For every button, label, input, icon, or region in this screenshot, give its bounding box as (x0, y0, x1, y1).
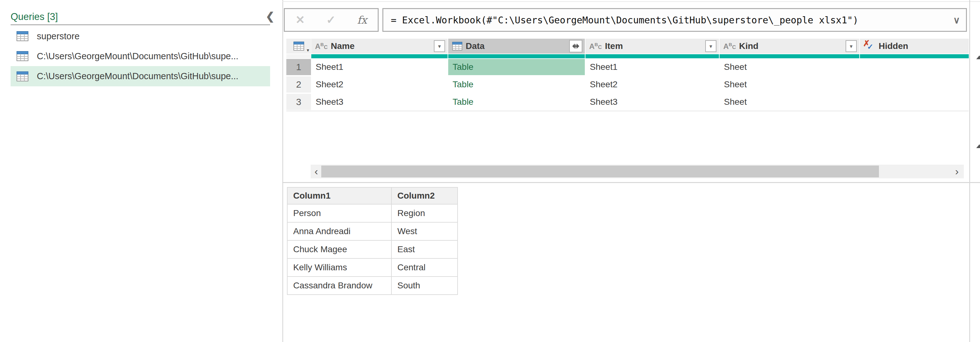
table-icon (293, 41, 304, 52)
grid-cell-kind[interactable]: Sheet (719, 76, 859, 92)
cancel-icon[interactable]: ✕ (295, 13, 305, 27)
preview-cell: West (392, 223, 458, 241)
grid-cell-kind[interactable]: Sheet (719, 94, 859, 110)
cell-text: South (398, 281, 420, 291)
preview-row: Anna Andreadi West (288, 223, 458, 241)
grid-cell-item[interactable]: Sheet1 (585, 59, 719, 75)
grid-cell-item[interactable]: Sheet2 (585, 76, 719, 92)
grid-cell-data-table-link[interactable]: Table (448, 76, 585, 92)
grid-cell-hidden[interactable] (860, 59, 969, 75)
cell-text: Sheet3 (590, 97, 617, 107)
preview-cell: Region (392, 205, 458, 223)
cell-text: Kelly Williams (293, 262, 347, 272)
quality-bar-hidden (860, 54, 969, 58)
scroll-right-arrow-icon[interactable]: › (951, 165, 963, 178)
horizontal-scrollbar-thumb[interactable] (321, 165, 879, 177)
confirm-icon[interactable]: ✓ (326, 13, 336, 27)
grid-cell-name[interactable]: Sheet2 (311, 76, 447, 92)
formula-expand-chevron-icon[interactable]: ∨ (947, 15, 966, 25)
grid-cell-data-table-link[interactable]: Table (448, 59, 585, 75)
formula-input[interactable]: = Excel.Workbook(#"C:\Users\GeorgeMount\… (382, 8, 967, 32)
quality-bar-item (585, 54, 719, 58)
queries-pane-title: Queries [3] (11, 11, 58, 22)
preview-cell: South (392, 277, 458, 295)
column-header-data[interactable]: Data (448, 39, 585, 54)
column-header-kind[interactable]: ABC Kind ▼ (719, 39, 859, 54)
row-number-cell[interactable]: 3 (286, 94, 311, 110)
cell-text: Sheet3 (316, 97, 344, 107)
top-hairline (282, 1, 980, 2)
select-all-corner-button[interactable]: ▾ (286, 39, 311, 54)
grid-cell-name[interactable]: Sheet3 (311, 94, 447, 110)
grid-cell-data-table-link[interactable]: Table (448, 94, 585, 110)
cell-text: East (398, 244, 415, 255)
preview-row: Person Region (288, 205, 458, 223)
preview-row: Cassandra Brandow South (288, 277, 458, 295)
query-name-label: C:\Users\GeorgeMount\Documents\GitHub\su… (37, 71, 238, 81)
preview-cell: Chuck Magee (288, 241, 392, 259)
expand-column-button[interactable] (569, 40, 582, 52)
horizontal-scrollbar[interactable]: ‹ › (311, 165, 964, 178)
column-label: Hidden (879, 41, 908, 51)
table-preview-pane: Column1 Column2 Person Region Anna Andre… (287, 187, 458, 295)
preview-cell: Anna Andreadi (288, 223, 392, 241)
grid-cell-item[interactable]: Sheet3 (585, 94, 719, 110)
column-label: Name (331, 41, 354, 51)
vertical-scroll-down-arrow-icon[interactable] (976, 144, 980, 148)
cell-text: Sheet (724, 62, 747, 72)
filter-button[interactable]: ▼ (846, 40, 857, 52)
filter-arrow-icon: ▼ (849, 44, 854, 49)
cell-text: Sheet (724, 97, 747, 107)
preview-row: Kelly Williams Central (288, 259, 458, 277)
filter-button[interactable]: ▼ (434, 40, 445, 52)
table-icon (16, 30, 29, 42)
sidebar-main-divider[interactable] (282, 0, 283, 342)
header-text: Column2 (398, 191, 435, 201)
cell-text: Region (398, 208, 425, 218)
text-type-icon: ABC (315, 42, 328, 51)
collapse-queries-pane-button[interactable]: ❮ (264, 10, 276, 23)
preview-cell: Cassandra Brandow (288, 277, 392, 295)
cell-text: West (398, 226, 417, 236)
grid-cell-name[interactable]: Sheet1 (311, 59, 447, 75)
query-list-item-people-path[interactable]: C:\Users\GeorgeMount\Documents\GitHub\su… (11, 46, 270, 66)
table-icon (16, 70, 29, 83)
pane-splitter[interactable] (282, 182, 980, 183)
preview-header-cell: Column1 (288, 188, 392, 205)
quality-bar-data (448, 54, 585, 58)
column-label: Item (605, 41, 623, 51)
row-number-cell[interactable]: 2 (286, 76, 311, 92)
column-header-hidden[interactable]: ✗✓ Hidden (860, 39, 969, 54)
filter-button[interactable]: ▼ (705, 40, 716, 52)
column-header-name[interactable]: ABC Name ▼ (311, 39, 447, 54)
query-list-item-superstore[interactable]: superstore (11, 26, 270, 46)
cell-text: Sheet (724, 80, 747, 89)
preview-cell: Person (288, 205, 392, 223)
formula-text[interactable]: = Excel.Workbook(#"C:\Users\GeorgeMount\… (391, 15, 947, 25)
query-list-item-people-path-selected[interactable]: C:\Users\GeorgeMount\Documents\GitHub\su… (11, 66, 270, 86)
preview-cell: East (392, 241, 458, 259)
query-name-label: C:\Users\GeorgeMount\Documents\GitHub\su… (37, 51, 238, 61)
fx-icon[interactable]: fx (357, 14, 367, 26)
grid-cell-hidden[interactable] (860, 76, 969, 92)
expand-arrows-icon (571, 41, 581, 51)
text-type-icon: ABC (723, 42, 736, 51)
grid-cell-hidden[interactable] (860, 94, 969, 110)
row-number-cell[interactable]: 1 (286, 59, 311, 75)
grid-cell-kind[interactable]: Sheet (719, 59, 859, 75)
query-name-label: superstore (37, 31, 80, 41)
power-query-editor-window: Queries [3] ❮ superstore C:\Users\George… (0, 0, 980, 342)
table-menu-caret-icon: ▾ (307, 48, 309, 53)
grid-right-edge (969, 0, 970, 342)
queries-pane-divider (11, 24, 270, 25)
column-header-item[interactable]: ABC Item ▼ (585, 39, 719, 54)
text-type-icon: ABC (589, 42, 602, 51)
quality-bar-name (311, 54, 447, 58)
cell-text: Central (398, 262, 425, 272)
cell-text: Table (453, 97, 474, 107)
cell-text: Sheet1 (590, 62, 617, 72)
cell-text: Cassandra Brandow (293, 281, 372, 291)
vertical-scroll-up-arrow-icon[interactable] (976, 56, 980, 59)
grid-bottom-border (286, 111, 969, 111)
scroll-left-arrow-icon[interactable]: ‹ (311, 165, 321, 178)
